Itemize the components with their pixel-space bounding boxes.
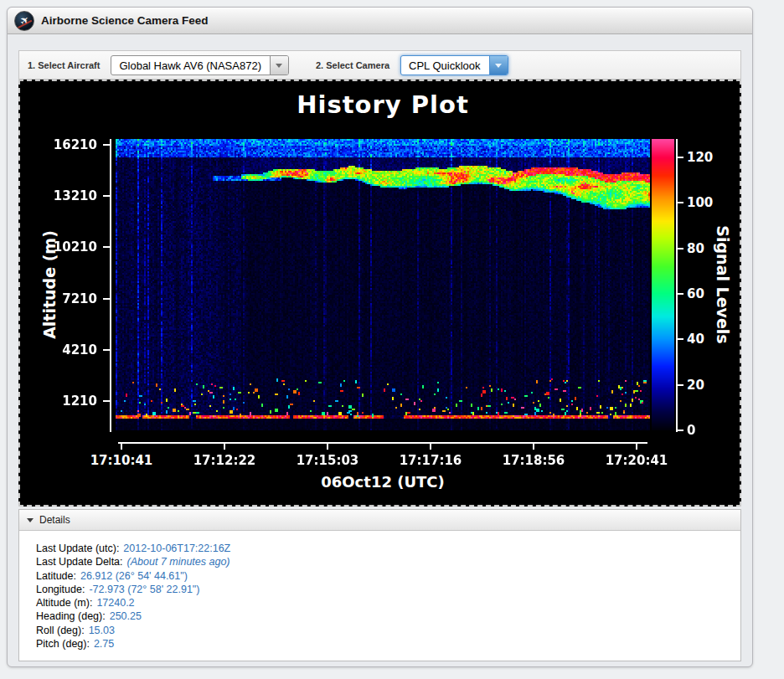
toolbar: 1. Select Aircraft Global Hawk AV6 (NASA… [18, 50, 741, 80]
detail-label: Heading (deg): [36, 610, 106, 622]
y-axis-tick [103, 349, 111, 351]
detail-label: Latitude: [36, 570, 76, 582]
x-tick-label: 17:20:41 [599, 453, 674, 468]
aircraft-select-value: Global Hawk AV6 (NASA872) [111, 56, 270, 75]
detail-label: Longitude: [36, 584, 85, 595]
colorbar-tick-label: 40 [687, 332, 727, 347]
y-tick-label: 4210 [42, 342, 97, 358]
colorbar-axis-line [676, 139, 678, 432]
detail-value: 250.25 [110, 610, 142, 622]
x-tick-label: 17:15:03 [290, 453, 365, 468]
details-body: Last Update (utc):2012-10-06T17:22:16Z L… [19, 531, 740, 651]
colorbar-tick [676, 202, 683, 203]
colorbar-tick [676, 384, 683, 386]
x-tick-label: 17:12:22 [187, 453, 262, 468]
x-axis-tick [636, 442, 637, 450]
select-camera-label: 2. Select Camera [316, 60, 389, 70]
detail-row-latitude: Latitude:26.912 (26° 54' 44.61") [36, 569, 740, 583]
y-axis-tick [103, 195, 111, 197]
y-tick-label: 16210 [42, 137, 97, 152]
detail-label: Last Update (utc): [36, 543, 119, 554]
x-axis-tick [327, 442, 328, 450]
x-tick-label: 17:17:16 [393, 453, 468, 468]
chevron-down-icon[interactable] [489, 56, 508, 75]
detail-value: (About 7 minutes ago) [127, 556, 230, 568]
detail-value: -72.973 (72° 58' 22.91") [89, 584, 199, 595]
colorbar-tick-label: 100 [687, 195, 727, 210]
camera-select[interactable]: CPL Quicklook [400, 55, 508, 75]
colorbar-tick [676, 430, 683, 431]
detail-label: Roll (deg): [36, 625, 85, 636]
x-axis-tick [430, 442, 431, 450]
colorbar-tick-label: 80 [687, 241, 727, 256]
detail-row-roll: Roll (deg):15.03 [36, 624, 740, 637]
details-header-label: Details [39, 514, 70, 526]
detail-value: 26.912 (26° 54' 44.61") [80, 570, 188, 582]
y-axis-tick [103, 400, 111, 402]
aircraft-select[interactable]: Global Hawk AV6 (NASA872) [111, 55, 289, 75]
app-window: ✈ Airborne Science Camera Feed 1. Select… [7, 7, 753, 667]
detail-row-heading: Heading (deg):250.25 [36, 610, 740, 623]
chevron-down-icon[interactable] [270, 56, 288, 75]
x-axis-tick [121, 442, 122, 450]
y-tick-label: 7210 [42, 291, 97, 306]
y-tick-label: 1210 [42, 394, 97, 409]
history-plot-heatmap [116, 139, 650, 430]
detail-row-last-update: Last Update (utc):2012-10-06T17:22:16Z [36, 542, 740, 555]
detail-label: Pitch (deg): [36, 638, 90, 650]
colorbar-tick [676, 157, 683, 158]
detail-label: Altitude (m): [36, 597, 92, 609]
colorbar [652, 139, 674, 430]
y-axis-line [110, 139, 111, 432]
x-axis-title: 06Oct12 (UTC) [116, 473, 650, 491]
x-axis-tick [533, 442, 534, 450]
colorbar-tick [676, 293, 683, 295]
colorbar-tick [676, 248, 683, 249]
select-aircraft-label: 1. Select Aircraft [28, 60, 100, 70]
colorbar-tick-label: 60 [687, 286, 727, 301]
colorbar-tick-label: 20 [687, 378, 727, 393]
detail-row-altitude: Altitude (m):17240.2 [36, 596, 740, 610]
detail-row-last-update-delta: Last Update Delta:(About 7 minutes ago) [36, 555, 740, 568]
detail-row-pitch: Pitch (deg):2.75 [36, 637, 740, 651]
window-title: Airborne Science Camera Feed [41, 14, 209, 27]
detail-row-longitude: Longitude:-72.973 (72° 58' 22.91") [36, 583, 740, 596]
colorbar-title: Signal Levels [712, 184, 732, 385]
colorbar-tick-label: 0 [687, 423, 727, 438]
x-tick-label: 17:18:56 [496, 453, 571, 468]
plot-area[interactable]: History Plot Altitude (m) Signal Levels … [18, 80, 741, 507]
camera-select-value: CPL Quicklook [401, 56, 489, 75]
colorbar-tick [676, 338, 683, 340]
detail-value: 15.03 [89, 625, 115, 636]
detail-label: Last Update Delta: [36, 556, 123, 568]
x-tick-label: 17:10:41 [84, 453, 159, 468]
y-axis-tick [103, 144, 111, 146]
y-tick-label: 10210 [42, 239, 97, 255]
triangle-down-icon [27, 518, 34, 526]
y-tick-label: 13210 [42, 188, 97, 203]
detail-value: 2.75 [94, 638, 114, 650]
detail-value: 2012-10-06T17:22:16Z [123, 543, 230, 554]
airborne-science-logo-icon: ✈ [14, 11, 34, 31]
x-axis-line [118, 442, 647, 444]
x-axis-tick [224, 442, 225, 450]
details-header[interactable]: Details [19, 510, 740, 531]
details-panel: Details Last Update (utc):2012-10-06T17:… [18, 509, 741, 661]
colorbar-tick-label: 120 [687, 150, 727, 165]
y-axis-tick [103, 246, 111, 248]
titlebar: ✈ Airborne Science Camera Feed [8, 8, 752, 34]
plot-title: History Plot [116, 90, 650, 119]
detail-value: 17240.2 [96, 597, 134, 609]
y-axis-tick [103, 298, 111, 300]
